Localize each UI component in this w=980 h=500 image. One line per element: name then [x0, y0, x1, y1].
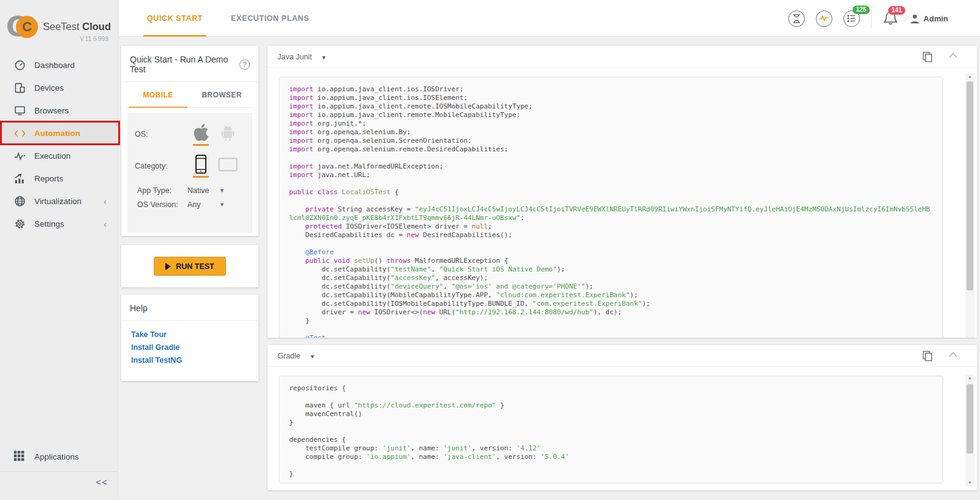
tab-mobile[interactable]: MOBILE [126, 82, 190, 107]
help-icon[interactable]: ? [239, 59, 250, 70]
code-line: import io.appium.java_client.remote.IOSM… [289, 102, 933, 111]
scroll-up-arrow[interactable]: ▲ [965, 73, 974, 80]
tab-browser[interactable]: BROWSER [190, 82, 254, 107]
scroll-up-arrow[interactable]: ▲ [965, 374, 974, 382]
code-line: import org.openqa.selenium.remote.Desire… [289, 145, 933, 154]
os-version-row: OS Version: Any ▼ [135, 200, 245, 209]
logo-orange-c: C [16, 16, 38, 38]
java-scrollbar[interactable]: ▲ [965, 73, 974, 338]
phone-icon [195, 154, 207, 174]
task-list-button[interactable]: 125 [843, 10, 860, 27]
code-line: driver = new IOSDriver<>(new URL("http:/… [289, 308, 933, 317]
code-line: DesiredCapabilities dc = new DesiredCapa… [289, 231, 933, 240]
code-line: import io.appium.java_client.remote.Mobi… [289, 111, 933, 119]
code-line [289, 180, 933, 188]
code-line: mavenCentral() [289, 410, 933, 419]
chevron-down-icon[interactable]: ▼ [219, 202, 225, 208]
take-tour-link[interactable]: Take Tour [131, 328, 249, 341]
app-type-select[interactable]: Native [187, 186, 214, 195]
run-test-button[interactable]: RUN TEST [154, 257, 226, 276]
scrollbar-thumb[interactable] [967, 384, 973, 453]
help-card: Help Take Tour Install Gradle Install Te… [121, 295, 258, 381]
code-line: } [289, 317, 933, 325]
user-menu[interactable]: Admin [910, 13, 948, 24]
code-line: import org.openqa.selenium.ScreenOrienta… [289, 137, 933, 145]
sidebar-item-settings[interactable]: Settings ‹ [0, 213, 118, 235]
code-line: private String accessKey = "eyJ4cC51Ijox… [289, 205, 933, 222]
tablet-icon [218, 157, 238, 172]
notifications-button[interactable]: 141 [883, 10, 899, 27]
code-line: protected IOSDriver<IOSElement> driver =… [289, 222, 933, 231]
code-line: import org.openqa.selenium.By; [289, 128, 933, 137]
sidebar-item-virtualization[interactable]: Virtualization ‹ [0, 190, 118, 213]
quick-start-card: Quick Start - Run A Demo Test ? MOBILE B… [121, 46, 258, 236]
activity-monitor-button[interactable] [816, 10, 832, 27]
build-tool-select[interactable]: Gradle ▼ [277, 352, 315, 360]
install-testng-link[interactable]: Install TestNG [131, 354, 249, 367]
chevron-down-icon: ▼ [309, 354, 315, 360]
chevron-left-icon[interactable]: ‹ [104, 196, 107, 206]
code-line: dc.setCapability("deviceQuery", "@os='io… [289, 282, 933, 291]
sidebar-item-devices[interactable]: Devices [0, 77, 118, 99]
selected-indicator [193, 144, 209, 146]
code-line: import io.appium.java_client.ios.IOSDriv… [289, 85, 933, 94]
code-line: import io.appium.java_client.ios.IOSElem… [289, 94, 933, 102]
sidebar-item-browsers[interactable]: Browsers [0, 99, 118, 122]
sidebar-item-dashboard[interactable]: Dashboard [0, 54, 118, 77]
code-line: dc.setCapability(MobileCapabilityType.AP… [289, 291, 933, 300]
quick-start-tabs: MOBILE BROWSER [126, 82, 254, 108]
code-line: dc.setCapability("accessKey", accessKey)… [289, 274, 933, 282]
reports-icon [13, 173, 26, 185]
os-version-select[interactable]: Any [187, 200, 214, 209]
category-label: Categoty: [135, 154, 187, 170]
gradle-scrollbar[interactable]: ▲ ▼ [965, 374, 974, 487]
os-version-label: OS Version: [137, 200, 187, 209]
collapse-panel-button[interactable] [949, 352, 957, 357]
apple-icon [193, 123, 209, 142]
copy-code-button[interactable] [922, 350, 933, 362]
code-line: dependencies { [289, 436, 933, 444]
code-line: repositories { [289, 384, 933, 393]
brand-name: SeeTest Cloud [43, 21, 111, 32]
android-icon [219, 123, 237, 142]
os-android-option[interactable] [214, 123, 241, 142]
sidebar-item-reports[interactable]: Reports [0, 167, 118, 190]
seetest-logo: C C SeeTest Cloud V.11.6.999 [6, 13, 113, 45]
sidebar-item-applications[interactable]: Applications [0, 446, 118, 467]
code-line: @Before [289, 248, 933, 257]
code-line: public class LocaliOSTest { [289, 188, 933, 197]
execution-icon [13, 150, 26, 162]
sidebar-collapse-button[interactable]: << [96, 477, 108, 487]
chevron-left-icon[interactable]: ‹ [104, 219, 107, 229]
code-line: testCompile group: 'junit', name: 'junit… [289, 444, 933, 453]
scroll-down-arrow[interactable]: ▼ [965, 479, 974, 487]
category-tablet-option[interactable] [214, 154, 241, 172]
code-language-select[interactable]: Java Junit ▼ [277, 53, 326, 61]
collapse-panel-button[interactable] [949, 53, 957, 58]
sidebar-item-automation[interactable]: Automation [0, 122, 118, 145]
sidebar-item-execution[interactable]: Execution [0, 145, 118, 167]
code-line [289, 325, 933, 334]
run-test-card: RUN TEST [121, 245, 258, 287]
selected-indicator [193, 176, 209, 178]
os-ios-option[interactable] [187, 123, 214, 146]
category-phone-option[interactable] [187, 154, 214, 178]
code-line [289, 427, 933, 436]
copy-code-button[interactable] [922, 51, 933, 63]
code-line: maven { url "https://cloud.experitest.co… [289, 401, 933, 410]
user-icon [910, 13, 920, 24]
install-gradle-link[interactable]: Install Gradle [131, 341, 249, 354]
chevron-down-icon: ▼ [321, 55, 326, 61]
java-junit-panel: Java Junit ▼ import io.appium.java_clien… [268, 46, 977, 338]
tab-quick-start[interactable]: QUICK START [147, 0, 203, 37]
devices-icon [13, 82, 26, 94]
code-line: } [289, 470, 933, 479]
browsers-icon [13, 105, 26, 117]
divider [0, 471, 118, 472]
chevron-down-icon[interactable]: ▼ [219, 188, 225, 194]
scrollbar-thumb[interactable] [967, 81, 973, 290]
top-bar: QUICK START EXECUTION PLANS [119, 0, 980, 37]
header-tabs: QUICK START EXECUTION PLANS [147, 0, 309, 37]
pending-sessions-button[interactable] [788, 10, 805, 27]
tab-execution-plans[interactable]: EXECUTION PLANS [231, 0, 309, 37]
